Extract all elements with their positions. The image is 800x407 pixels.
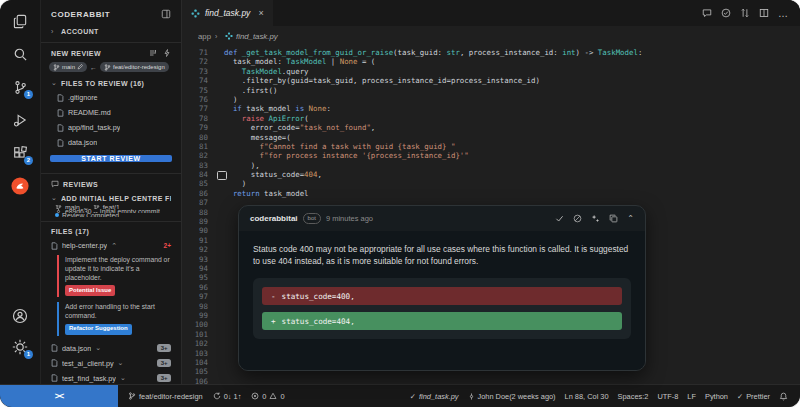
sidebar-header: CODERABBIT xyxy=(41,0,181,25)
comment-bubble-icon[interactable] xyxy=(702,8,712,18)
run-debug-icon[interactable] xyxy=(11,111,29,129)
line-number: 84 xyxy=(182,170,212,179)
breadcrumb-file[interactable]: find_task.py xyxy=(225,32,278,41)
reviewed-file-item[interactable]: data.json⌄3+ xyxy=(41,341,181,356)
line-number: 73 xyxy=(182,67,212,76)
line-number: 91 xyxy=(182,236,212,245)
notifications-bell-icon[interactable] xyxy=(779,392,788,401)
resolve-check-icon[interactable] xyxy=(555,214,564,223)
remote-indicator[interactable]: >< xyxy=(0,385,118,407)
cursor-position[interactable]: Ln 88, Col 30 xyxy=(565,392,609,401)
code-line: f"Cannot find a task with guid {task_gui… xyxy=(224,142,800,151)
base-branch-pill[interactable]: main xyxy=(49,62,87,72)
branch-status-item[interactable]: feat/editor-redesign xyxy=(128,392,203,401)
base-branch-label: main xyxy=(62,64,75,70)
list-icon[interactable] xyxy=(149,49,157,57)
more-actions-icon[interactable]: … xyxy=(778,8,788,19)
start-review-button[interactable]: START REVIEW xyxy=(50,155,172,162)
blame-item[interactable]: John Doe(2 weeks ago) xyxy=(468,392,556,401)
problems-item[interactable]: 0 0 xyxy=(251,392,284,401)
review-status: Review Completed xyxy=(41,213,181,217)
line-number: 94 xyxy=(182,264,212,273)
compare-branch-pill[interactable]: feat/editor-redesign xyxy=(100,62,169,72)
extensions-icon[interactable]: 2 xyxy=(11,144,29,162)
branch-icon xyxy=(104,64,111,71)
compare-changes-icon[interactable] xyxy=(740,8,750,18)
account-section-row[interactable]: › ACCOUNT xyxy=(41,25,181,38)
comment-type-badge: Refactor Suggestion xyxy=(65,324,132,335)
language-mode[interactable]: Python xyxy=(705,392,728,401)
code-line: ), xyxy=(224,161,800,170)
file-to-review-item[interactable]: .gitignore xyxy=(47,90,181,105)
error-count: 0 xyxy=(262,392,266,401)
file-to-review-item[interactable]: app/find_task.py xyxy=(47,120,181,135)
ignore-icon[interactable] xyxy=(573,214,582,223)
review-item-header[interactable]: ⌄ ADD INITIAL HELP CENTRE FRAMEWOR... xyxy=(41,191,181,205)
compare-branch-label: feat/editor-redesign xyxy=(113,64,165,70)
line-number: 89 xyxy=(182,217,212,226)
check-circle-icon[interactable] xyxy=(721,8,731,18)
accounts-icon[interactable] xyxy=(11,307,29,325)
split-editor-icon[interactable] xyxy=(759,8,769,18)
close-icon[interactable]: × xyxy=(258,8,263,18)
file-to-review-item[interactable]: data.json xyxy=(47,135,181,150)
code-line: f"for process instance '{process_instanc… xyxy=(224,151,800,160)
extensions-badge: 2 xyxy=(24,156,33,165)
encoding[interactable]: UTF-8 xyxy=(657,392,678,401)
coderabbit-icon[interactable] xyxy=(11,177,29,195)
line-number: 85 xyxy=(182,179,212,188)
sync-status-item[interactable]: 0↓ 1↑ xyxy=(213,392,242,401)
expanded-file-row[interactable]: help-center.py ⌃ 2+ xyxy=(41,238,181,253)
eol[interactable]: LF xyxy=(687,392,696,401)
open-panel-icon[interactable] xyxy=(161,9,171,19)
chevron-down-icon: ⌄ xyxy=(95,344,101,352)
status-right: ✓ find_task.py John Doe(2 weeks ago) Ln … xyxy=(410,392,800,401)
main-row: 1 2 1 xyxy=(0,0,800,384)
line-number: 93 xyxy=(182,255,212,264)
status-bar: >< feat/editor-redesign 0↓ 1↑ 0 0 ✓ find… xyxy=(0,384,800,407)
breadcrumb[interactable]: app › find_task.py xyxy=(182,26,800,46)
settings-gear-icon[interactable]: 1 xyxy=(11,338,29,356)
file-icon xyxy=(51,242,58,250)
account-section-label: ACCOUNT xyxy=(61,28,99,35)
comment-count-badge: 3+ xyxy=(157,359,171,367)
line-number: 106 xyxy=(182,377,212,384)
bolt-icon[interactable] xyxy=(163,49,171,57)
status-dot-icon xyxy=(55,213,59,217)
files-to-review-list: .gitignoreREADME.mdapp/find_task.pydata.… xyxy=(41,90,181,150)
coderabbit-file-status[interactable]: ✓ find_task.py xyxy=(410,392,459,401)
sparkles-icon[interactable] xyxy=(591,214,600,223)
copy-icon[interactable] xyxy=(609,214,618,223)
line-number: 92 xyxy=(182,245,212,254)
source-control-icon[interactable]: 1 xyxy=(11,78,29,96)
line-number: 76 xyxy=(182,95,212,104)
file-comment-card[interactable]: Implement the deploy command or update i… xyxy=(57,255,173,297)
explorer-icon[interactable] xyxy=(11,12,29,30)
file-to-review-item[interactable]: README.md xyxy=(47,105,181,120)
search-icon[interactable] xyxy=(11,45,29,63)
line-number: 80 xyxy=(182,133,212,142)
divider xyxy=(41,42,181,43)
tab-find-task[interactable]: find_task.py × xyxy=(182,0,273,26)
reviewed-file-item[interactable]: test_find_task.py⌄3+ xyxy=(41,371,181,384)
reviewed-file-item[interactable]: test_ai_client.py⌄3+ xyxy=(41,356,181,371)
file-comments: Implement the deploy command or update i… xyxy=(41,253,181,341)
file-comment-card[interactable]: Add error handling to the start command.… xyxy=(57,302,173,335)
warning-count: 0 xyxy=(280,392,284,401)
comment-timestamp: 9 minutes ago xyxy=(326,214,373,223)
collapse-icon[interactable]: ⌃ xyxy=(627,214,634,223)
file-icon xyxy=(51,374,58,382)
line-number: 101 xyxy=(182,330,212,339)
breadcrumb-folder[interactable]: app xyxy=(198,32,211,41)
formatter-item[interactable]: ✓ Prettier xyxy=(737,392,770,401)
files-to-review-header[interactable]: ⌄ FILES TO REVIEW (16) xyxy=(41,76,181,90)
reviews-label: REVIEWS xyxy=(63,181,98,188)
branch-name: feat/editor-redesign xyxy=(139,392,203,401)
code-line: ) xyxy=(224,95,800,104)
file-name: test_ai_client.py xyxy=(62,359,114,368)
code-line: .first() xyxy=(224,86,800,95)
indentation[interactable]: Spaces:2 xyxy=(618,392,649,401)
activity-bar-bottom: 1 xyxy=(11,307,29,384)
diff-sign: - xyxy=(271,291,276,302)
reviews-icon xyxy=(51,180,59,188)
